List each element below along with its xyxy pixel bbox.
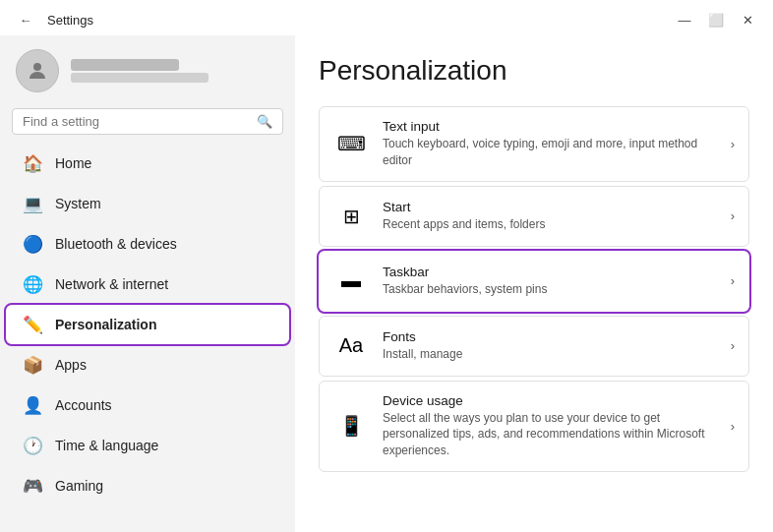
fonts-title: Fonts [383,329,717,344]
sidebar-item-label: Network & internet [55,276,168,292]
maximize-button[interactable]: ⬜ [702,10,730,30]
settings-item-start[interactable]: ⊞ Start Recent apps and items, folders › [319,186,749,247]
search-icon: 🔍 [257,114,272,129]
gaming-icon: 🎮 [22,475,43,497]
personalization-icon: ✏️ [22,314,43,335]
chevron-right-icon: › [731,338,735,353]
user-profile[interactable] [0,35,295,102]
sidebar-item-system[interactable]: 💻 System [6,184,289,223]
settings-item-text-input[interactable]: ⌨ Text input Touch keyboard, voice typin… [319,106,749,182]
title-bar-title: Settings [47,13,93,28]
sidebar-item-home[interactable]: 🏠 Home [6,144,289,183]
avatar [16,49,59,92]
settings-list: ⌨ Text input Touch keyboard, voice typin… [319,106,749,472]
sidebar-item-label: Bluetooth & devices [55,236,177,252]
back-button[interactable]: ← [12,10,39,30]
sidebar-item-label: Apps [55,357,87,373]
search-input[interactable] [23,114,251,129]
fonts-icon: Aa [333,328,369,364]
taskbar-icon: ▬ [333,264,369,299]
sidebar-item-gaming[interactable]: 🎮 Gaming [6,466,289,505]
sidebar-item-label: System [55,196,101,211]
text-input-icon: ⌨ [333,126,369,161]
user-email [71,73,208,83]
start-text: Start Recent apps and items, folders [383,200,717,233]
sidebar-item-label: Home [55,155,91,171]
taskbar-text: Taskbar Taskbar behaviors, system pins [383,265,717,298]
device-usage-title: Device usage [383,393,717,408]
sidebar-item-personalization[interactable]: ✏️ Personalization [6,305,289,344]
title-bar-left: ← Settings [12,10,93,30]
title-bar: ← Settings — ⬜ ✕ [0,0,773,35]
settings-item-fonts[interactable]: Aa Fonts Install, manage › [319,316,749,377]
sidebar-item-network[interactable]: 🌐 Network & internet [6,265,289,304]
chevron-right-icon: › [731,137,735,151]
text-input-title: Text input [383,119,717,134]
sidebar-item-time[interactable]: 🕐 Time & language [6,426,289,465]
system-icon: 💻 [22,193,43,214]
network-icon: 🌐 [22,273,43,295]
main-container: 🔍 🏠 Home 💻 System 🔵 Bluetooth & devices … [0,35,773,532]
sidebar-item-apps[interactable]: 📦 Apps [6,345,289,384]
time-icon: 🕐 [22,435,43,456]
start-title: Start [383,200,717,214]
taskbar-title: Taskbar [383,265,717,279]
sidebar: 🔍 🏠 Home 💻 System 🔵 Bluetooth & devices … [0,35,295,532]
chevron-right-icon: › [731,208,735,223]
settings-item-taskbar[interactable]: ▬ Taskbar Taskbar behaviors, system pins… [319,251,749,312]
device-usage-icon: 📱 [333,408,369,443]
sidebar-item-bluetooth[interactable]: 🔵 Bluetooth & devices [6,224,289,264]
device-usage-desc: Select all the ways you plan to use your… [383,410,717,459]
fonts-desc: Install, manage [383,346,717,363]
fonts-text: Fonts Install, manage [383,329,717,363]
sidebar-item-accounts[interactable]: 👤 Accounts [6,385,289,425]
settings-item-device-usage[interactable]: 📱 Device usage Select all the ways you p… [319,381,749,472]
start-desc: Recent apps and items, folders [383,216,717,233]
content-area: Personalization ⌨ Text input Touch keybo… [295,35,773,532]
start-icon: ⊞ [333,199,369,234]
sidebar-item-label: Accounts [55,397,112,413]
home-icon: 🏠 [22,152,43,174]
minimize-button[interactable]: — [671,10,698,30]
accounts-icon: 👤 [22,394,43,416]
taskbar-desc: Taskbar behaviors, system pins [383,281,717,298]
bluetooth-icon: 🔵 [22,233,43,255]
title-bar-controls: — ⬜ ✕ [671,10,761,30]
text-input-text: Text input Touch keyboard, voice typing,… [383,119,717,169]
apps-icon: 📦 [22,354,43,376]
sidebar-item-label: Gaming [55,478,103,494]
svg-point-0 [33,63,41,71]
close-button[interactable]: ✕ [734,10,761,30]
search-box[interactable]: 🔍 [12,108,283,135]
chevron-right-icon: › [731,273,735,288]
sidebar-item-label: Time & language [55,438,158,453]
page-title: Personalization [319,55,749,87]
device-usage-text: Device usage Select all the ways you pla… [383,393,717,459]
user-info [71,59,208,83]
user-name [71,59,179,71]
nav-list: 🏠 Home 💻 System 🔵 Bluetooth & devices 🌐 … [0,143,295,532]
chevron-right-icon: › [731,419,735,434]
text-input-desc: Touch keyboard, voice typing, emoji and … [383,136,717,169]
sidebar-item-label: Personalization [55,317,156,332]
